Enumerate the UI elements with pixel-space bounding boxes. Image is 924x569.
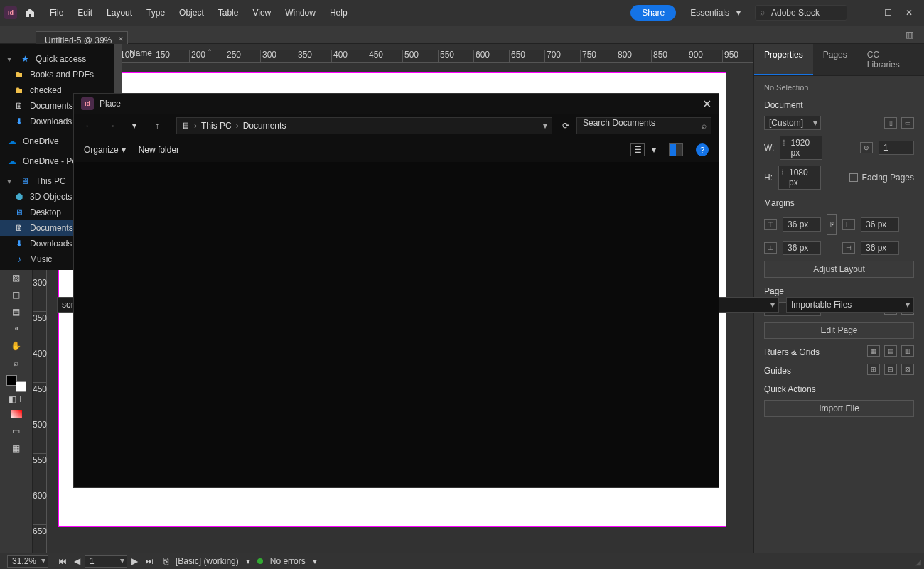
breadcrumb-documents[interactable]: Documents bbox=[243, 121, 286, 131]
tree-item[interactable]: 🖿Books and PDFs bbox=[0, 67, 122, 82]
open-icon[interactable]: ⎘ bbox=[163, 556, 168, 566]
control-bar: ▥ bbox=[0, 26, 924, 44]
menu-file[interactable]: File bbox=[43, 4, 70, 22]
grid-icon[interactable]: ▤ bbox=[884, 345, 897, 357]
search-icon: ⌕ bbox=[760, 7, 765, 17]
document-icon: 🗎 bbox=[14, 101, 24, 111]
breadcrumb[interactable]: 🖥 › This PC › Documents ▾ bbox=[176, 117, 552, 134]
orientation-portrait-icon[interactable]: ▯ bbox=[884, 117, 897, 129]
link-dimensions-icon[interactable]: ⊕ bbox=[860, 142, 873, 153]
width-field[interactable]: 1920 px bbox=[790, 138, 810, 158]
maximize-button[interactable]: ☐ bbox=[877, 5, 898, 21]
menu-object[interactable]: Object bbox=[172, 4, 211, 22]
menu-view[interactable]: View bbox=[245, 4, 278, 22]
stepper-icon[interactable]: ⁞ bbox=[783, 138, 785, 148]
view-options[interactable]: ▦ bbox=[6, 440, 27, 456]
zoom-field[interactable]: 31.2% bbox=[7, 555, 48, 568]
search-placeholder: Search Documents bbox=[583, 118, 655, 128]
margin-left-field[interactable]: 36 px bbox=[861, 217, 899, 232]
prev-page-icon[interactable]: ◀ bbox=[71, 556, 83, 566]
view-mode-button[interactable]: ☰ bbox=[630, 143, 645, 156]
help-button[interactable]: ? bbox=[696, 143, 709, 156]
menu-edit[interactable]: Edit bbox=[70, 4, 100, 22]
gradient-feather-tool[interactable]: ◫ bbox=[6, 287, 27, 303]
orientation-value[interactable]: 1 bbox=[879, 141, 914, 155]
tab-pages[interactable]: Pages bbox=[813, 44, 857, 75]
workspace-switcher[interactable]: Essentials▾ bbox=[684, 5, 746, 21]
height-label: H: bbox=[764, 173, 773, 183]
edit-page-button[interactable]: Edit Page bbox=[764, 322, 914, 339]
margin-bottom-field[interactable]: 36 px bbox=[783, 241, 821, 255]
adobe-stock-search[interactable]: ⌕Adobe Stock bbox=[755, 5, 847, 21]
new-folder-button[interactable]: New folder bbox=[139, 145, 179, 155]
document-icon: 🗎 bbox=[14, 223, 24, 233]
search-documents-input[interactable]: Search Documents ⌕ bbox=[576, 117, 711, 134]
ruler-icon[interactable]: ▦ bbox=[867, 345, 880, 357]
col-name[interactable]: Name˄ bbox=[129, 48, 307, 58]
breadcrumb-thispc[interactable]: This PC bbox=[201, 121, 232, 131]
menu-window[interactable]: Window bbox=[278, 4, 323, 22]
guides-icon-2[interactable]: ⊟ bbox=[884, 364, 897, 375]
page-field[interactable]: 1 bbox=[85, 555, 127, 568]
zoom-tool[interactable]: ⌕ bbox=[6, 355, 27, 371]
caret-icon: ▾ bbox=[7, 54, 11, 64]
nav-fwd-button[interactable]: → bbox=[104, 118, 119, 134]
stepper-icon[interactable]: ⁞ bbox=[781, 168, 784, 178]
guides-icon-1[interactable]: ⊞ bbox=[867, 364, 880, 375]
view-caret[interactable]: ▾ bbox=[652, 145, 656, 155]
formatting-container[interactable]: ◧T bbox=[6, 394, 27, 405]
preset-select[interactable]: [Custom] bbox=[764, 116, 821, 130]
adjust-layout-button[interactable]: Adjust Layout bbox=[764, 261, 914, 278]
cloud-icon: ☁ bbox=[7, 156, 17, 166]
organize-button[interactable]: Organize▾ bbox=[84, 145, 126, 155]
panel-toggle-icon[interactable]: ▥ bbox=[901, 28, 917, 41]
preview-pane-button[interactable] bbox=[669, 143, 683, 156]
errors-caret-icon[interactable]: ▾ bbox=[313, 556, 317, 566]
first-page-icon[interactable]: ⏮ bbox=[55, 556, 70, 566]
nav-recent-caret[interactable]: ▾ bbox=[127, 118, 142, 134]
note-tool[interactable]: ▤ bbox=[6, 304, 27, 320]
main-menu: File Edit Layout Type Object Table View … bbox=[43, 4, 355, 22]
orientation-landscape-icon[interactable]: ▭ bbox=[901, 117, 914, 129]
tree-quick-access[interactable]: ▾★Quick access bbox=[0, 51, 122, 67]
fill-stroke-swatch[interactable] bbox=[6, 375, 26, 392]
height-field[interactable]: 1080 px bbox=[789, 168, 808, 188]
dialog-close-button[interactable]: ✕ bbox=[702, 97, 711, 111]
resize-grip[interactable]: ◢ bbox=[915, 558, 921, 566]
link-margins-icon[interactable]: ⎘ bbox=[827, 214, 837, 235]
tab-properties[interactable]: Properties bbox=[754, 44, 813, 75]
margin-right-field[interactable]: 36 px bbox=[861, 241, 899, 255]
menu-type[interactable]: Type bbox=[139, 4, 172, 22]
hand-tool[interactable]: ✋ bbox=[6, 338, 27, 354]
dialog-toolbar: Organize▾ New folder ☰ ▾ ? bbox=[74, 138, 719, 162]
home-icon[interactable] bbox=[20, 3, 40, 23]
search-placeholder: Adobe Stock bbox=[771, 8, 820, 18]
status-caret-icon[interactable]: ▾ bbox=[246, 556, 250, 566]
screen-mode[interactable]: ▭ bbox=[6, 423, 27, 439]
menu-table[interactable]: Table bbox=[211, 4, 246, 22]
minimize-button[interactable]: ─ bbox=[856, 5, 877, 21]
refresh-button[interactable]: ⟳ bbox=[562, 121, 569, 131]
section-rulers: Rulers & Grids bbox=[764, 347, 820, 357]
download-icon: ⬇ bbox=[14, 116, 24, 126]
breadcrumb-dropdown[interactable]: ▾ bbox=[543, 121, 547, 131]
tab-cc-libraries[interactable]: CC Libraries bbox=[857, 44, 924, 75]
facing-pages-checkbox[interactable] bbox=[849, 173, 858, 182]
nav-back-button[interactable]: ← bbox=[81, 118, 97, 134]
next-page-icon[interactable]: ▶ bbox=[129, 556, 141, 566]
menu-layout[interactable]: Layout bbox=[100, 4, 139, 22]
baseline-grid-icon[interactable]: ▥ bbox=[901, 345, 914, 357]
last-page-icon[interactable]: ⏭ bbox=[142, 556, 156, 566]
apply-gradient[interactable] bbox=[6, 406, 27, 422]
gradient-swatch-tool[interactable]: ▨ bbox=[6, 270, 27, 286]
nav-up-button[interactable]: ↑ bbox=[149, 118, 165, 134]
import-file-button[interactable]: Import File bbox=[764, 400, 914, 417]
tab-close-icon[interactable]: × bbox=[118, 34, 123, 44]
eyedropper-tool[interactable]: ⁌ bbox=[6, 321, 27, 337]
close-button[interactable]: ✕ bbox=[898, 5, 920, 21]
menu-help[interactable]: Help bbox=[323, 4, 355, 22]
share-button[interactable]: Share bbox=[630, 5, 676, 21]
guides-icon-3[interactable]: ⊠ bbox=[901, 364, 914, 375]
file-filter-select[interactable]: Importable Files bbox=[786, 297, 914, 313]
margin-top-field[interactable]: 36 px bbox=[783, 217, 821, 232]
